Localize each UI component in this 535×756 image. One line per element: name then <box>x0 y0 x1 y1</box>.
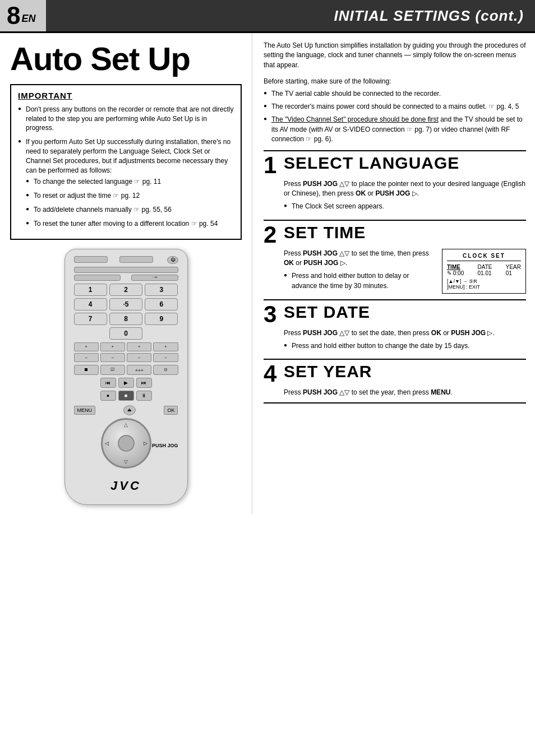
before-item-3: The "Video Channel Set" procedure should… <box>264 115 526 144</box>
remote-num-5: ·5 <box>109 298 142 310</box>
clock-year-val: 01 <box>506 270 512 276</box>
clock-date-label: DATE <box>478 264 492 270</box>
clock-set-title: CLOCK SET <box>447 253 521 261</box>
intro-text: The Auto Set Up function simplifies inst… <box>264 41 526 70</box>
remote-mid-7: – <box>127 353 151 362</box>
remote-sym-1: ⏹ <box>74 365 99 375</box>
step-1-title: SELECT LANGUAGE <box>284 154 459 172</box>
step-3-section: 3 SET DATE Press PUSH JOG △▽ to set the … <box>264 299 526 354</box>
left-column: Auto Set Up IMPORTANT Don't press any bu… <box>0 33 252 514</box>
page-header: 8 EN INITIAL SETTINGS (cont.) <box>0 0 535 33</box>
step-1-number: 1 <box>264 154 279 177</box>
remote-mid-8: – <box>153 353 178 362</box>
remote-sym-2: ☑ <box>100 365 125 375</box>
clock-year-label: YEAR <box>506 264 521 270</box>
remote-menu-btn[interactable]: MENU <box>74 406 96 415</box>
remote-sym-4: ⊙ <box>153 365 178 375</box>
important-box: IMPORTANT Don't press any buttons on the… <box>10 84 242 240</box>
remote-transport-row2: ● ■ ⏸ <box>74 391 178 401</box>
remote-row2-btn <box>74 267 178 273</box>
remote-num-2: 2 <box>109 284 142 296</box>
step-3-number: 3 <box>264 303 279 326</box>
before-starting-section: Before starting, make sure of the follow… <box>264 77 526 144</box>
main-content: Auto Set Up IMPORTANT Don't press any bu… <box>0 33 535 514</box>
remote-record: ● <box>100 391 116 401</box>
remote-ok-btn[interactable]: OK <box>164 406 178 415</box>
step-3-title: SET DATE <box>284 303 370 321</box>
clock-date-val: 01.01 <box>478 270 492 276</box>
remote-row3: ·⇥ <box>74 275 178 281</box>
step-1-text: Press PUSH JOG △▽ to place the pointer n… <box>284 179 526 214</box>
before-starting-label: Before starting, make sure of the follow… <box>264 77 526 86</box>
step-4-section: 4 SET YEAR Press PUSH JOG △▽ to set the … <box>264 359 526 403</box>
sub-item-2: To reset or adjust the time ☞ pg. 12 <box>26 191 234 201</box>
step-1-note-1: The Clock Set screen appears. <box>284 202 526 211</box>
menu-ok-row: MENU ⏏ OK <box>74 405 178 415</box>
remote-num-0: 0 <box>109 327 142 340</box>
jog-wheel-container: △ ◁ ▷ ▽ PUSH JOG <box>74 418 178 473</box>
remote-mid-5: – <box>74 353 99 362</box>
clock-time-val: ✎ 0:00 <box>447 270 464 276</box>
sub-list: To change the selected language ☞ pg. 11… <box>26 177 234 228</box>
remote-pause: ⏸ <box>136 391 152 401</box>
before-item-1: The TV aerial cable should be connected … <box>264 89 526 99</box>
step-2-number: 2 <box>264 223 279 247</box>
remote-num-7: 7 <box>74 313 107 325</box>
main-title-block: Auto Set Up <box>10 42 242 76</box>
remote-ffwd: ⏭ <box>136 378 152 388</box>
remote-center-btn: ⏏ <box>123 405 136 415</box>
step-4-body: Press PUSH JOG △▽ to set the year, then … <box>264 388 526 397</box>
step-4-text: Press PUSH JOG △▽ to set the year, then … <box>284 388 526 397</box>
jog-up-arrow: △ <box>103 422 150 428</box>
remote-mid-6: – <box>100 353 125 362</box>
step-1-body: Press PUSH JOG △▽ to place the pointer n… <box>264 179 526 214</box>
step-1-section: 1 SELECT LANGUAGE Press PUSH JOG △▽ to p… <box>264 150 526 214</box>
jog-left-arrow: ◁ <box>105 440 109 446</box>
step-3-note-1: Press and hold either button to change t… <box>284 341 526 351</box>
remote-mid-4: + <box>153 342 178 351</box>
step-4-header: 4 SET YEAR <box>264 362 526 386</box>
remote-transport-row1: ⏮ ▶ ⏭ <box>74 378 178 388</box>
remote-num-4: 4 <box>74 298 107 310</box>
jog-down-arrow: ▽ <box>103 459 150 465</box>
step-1-header: 1 SELECT LANGUAGE <box>264 154 526 177</box>
jog-inner-dial <box>118 435 135 452</box>
clock-set-box: CLOCK SET TIME✎ 0:00 DATE01.01 YEAR01 [▲… <box>442 249 526 294</box>
remote-row3-btn1 <box>74 275 121 281</box>
step-2-body: Press PUSH JOG △▽ to set the time, then … <box>264 249 526 294</box>
step-2-title: SET TIME <box>284 223 366 242</box>
important-list: Don't press any buttons on the recorder … <box>18 105 234 229</box>
remote-bottom-section: MENU ⏏ OK △ ◁ ▷ ▽ PUSH JOG <box>74 405 178 493</box>
remote-stop: ■ <box>118 391 134 401</box>
page-number: 8 <box>7 3 20 28</box>
remote-num-6: 6 <box>145 298 178 310</box>
step-4-number: 4 <box>264 362 279 386</box>
header-right: INITIAL SETTINGS (cont.) <box>46 0 536 31</box>
remote-top-btn2 <box>119 256 153 263</box>
brand-logo: JVC <box>110 479 141 493</box>
remote-symbols-row: ⏹ ☑ ⟁⟁⟁ ⊙ <box>74 365 178 375</box>
push-jog-label: PUSH JOG <box>152 443 178 448</box>
remote-num-8: 8 <box>109 313 142 325</box>
step-2-text: Press PUSH JOG △▽ to set the time, then … <box>284 249 436 294</box>
important-heading: IMPORTANT <box>18 91 234 100</box>
step-4-title: SET YEAR <box>284 362 372 381</box>
header-title: INITIAL SETTINGS (cont.) <box>334 7 524 25</box>
sub-item-3: To add/delete channels manually ☞ pg. 55… <box>26 205 234 215</box>
important-item-1: Don't press any buttons on the recorder … <box>18 105 234 133</box>
jog-right-arrow: ▷ <box>144 440 147 446</box>
important-item-2: If you perform Auto Set Up successfully … <box>18 137 234 228</box>
remote-mid-2: + <box>100 342 125 351</box>
remote-row3-btn2: ·⇥ <box>131 275 178 281</box>
jog-wheel[interactable]: △ ◁ ▷ ▽ <box>101 418 151 469</box>
step-2-section: 2 SET TIME Press PUSH JOG △▽ to set the … <box>264 220 526 294</box>
sub-item-4: To reset the tuner after moving to a dif… <box>26 219 234 229</box>
before-starting-list: The TV aerial cable should be connected … <box>264 89 526 145</box>
step-3-text: Press PUSH JOG △▽ to set the date, then … <box>284 328 526 354</box>
step-2-notes: Press and hold either button to delay or… <box>284 271 436 291</box>
remote-num-1: 1 <box>74 284 107 296</box>
remote-control: ⏻ ·⇥ 1 2 3 4 <box>64 249 188 505</box>
remote-illustration: ⏻ ·⇥ 1 2 3 4 <box>10 249 242 505</box>
sub-item-1: To change the selected language ☞ pg. 11 <box>26 177 234 187</box>
step-3-header: 3 SET DATE <box>264 303 526 326</box>
